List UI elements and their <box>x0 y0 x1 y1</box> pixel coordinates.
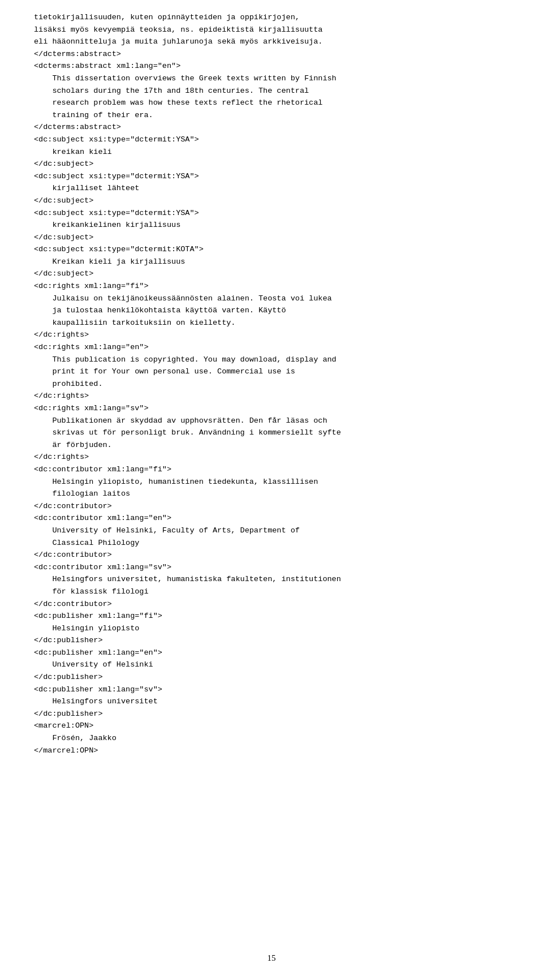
xml-content: tietokirjallisuuden, kuten opinnäytteide… <box>34 11 509 757</box>
page-container: tietokirjallisuuden, kuten opinnäytteide… <box>0 0 543 980</box>
page-number: 15 <box>268 953 276 963</box>
